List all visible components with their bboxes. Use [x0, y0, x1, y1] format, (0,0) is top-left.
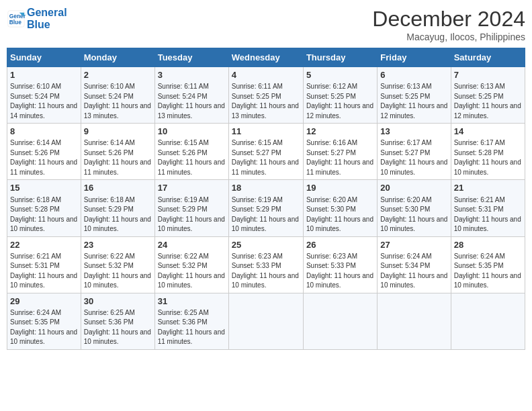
calendar-cell: 10Sunrise: 6:15 AMSunset: 5:26 PMDayligh… [154, 124, 228, 180]
calendar-cell: 14Sunrise: 6:17 AMSunset: 5:28 PMDayligh… [451, 124, 525, 180]
day-content: Sunrise: 6:11 AMSunset: 5:25 PMDaylight:… [232, 82, 300, 121]
day-content: Sunrise: 6:10 AMSunset: 5:24 PMDaylight:… [10, 82, 78, 121]
day-number: 19 [306, 182, 374, 194]
day-content: Sunrise: 6:23 AMSunset: 5:33 PMDaylight:… [232, 252, 300, 291]
day-content: Sunrise: 6:22 AMSunset: 5:32 PMDaylight:… [158, 252, 226, 291]
day-content: Sunrise: 6:10 AMSunset: 5:24 PMDaylight:… [84, 82, 152, 121]
header-wednesday: Wednesday [228, 48, 303, 67]
day-number: 16 [84, 182, 152, 194]
day-content: Sunrise: 6:16 AMSunset: 5:27 PMDaylight:… [306, 138, 374, 177]
calendar-cell: 11Sunrise: 6:15 AMSunset: 5:27 PMDayligh… [228, 124, 303, 180]
day-content: Sunrise: 6:15 AMSunset: 5:27 PMDaylight:… [232, 138, 300, 177]
day-content: Sunrise: 6:13 AMSunset: 5:25 PMDaylight:… [454, 82, 522, 121]
calendar-cell: 25Sunrise: 6:23 AMSunset: 5:33 PMDayligh… [228, 236, 303, 293]
calendar-cell: 21Sunrise: 6:21 AMSunset: 5:31 PMDayligh… [451, 180, 525, 236]
calendar-cell: 17Sunrise: 6:19 AMSunset: 5:29 PMDayligh… [154, 180, 228, 236]
day-content: Sunrise: 6:24 AMSunset: 5:34 PMDaylight:… [380, 252, 447, 291]
calendar-cell: 16Sunrise: 6:18 AMSunset: 5:29 PMDayligh… [81, 180, 154, 236]
calendar-cell [228, 293, 303, 349]
logo-icon: General Blue [7, 9, 26, 28]
calendar-cell: 8Sunrise: 6:14 AMSunset: 5:26 PMDaylight… [7, 124, 81, 180]
calendar-cell: 12Sunrise: 6:16 AMSunset: 5:27 PMDayligh… [303, 124, 377, 180]
day-number: 17 [158, 182, 226, 194]
day-number: 6 [380, 69, 447, 81]
day-content: Sunrise: 6:23 AMSunset: 5:33 PMDaylight:… [306, 252, 374, 291]
day-number: 23 [84, 239, 152, 251]
calendar-cell: 4Sunrise: 6:11 AMSunset: 5:25 PMDaylight… [228, 67, 303, 124]
day-number: 31 [158, 295, 226, 308]
calendar-cell [303, 293, 377, 349]
calendar-cell: 15Sunrise: 6:18 AMSunset: 5:28 PMDayligh… [7, 180, 81, 236]
day-number: 1 [10, 69, 78, 81]
calendar-cell: 20Sunrise: 6:20 AMSunset: 5:30 PMDayligh… [378, 180, 451, 236]
day-number: 11 [232, 126, 300, 138]
day-number: 20 [380, 182, 447, 194]
day-content: Sunrise: 6:17 AMSunset: 5:28 PMDaylight:… [454, 138, 522, 177]
calendar-cell: 24Sunrise: 6:22 AMSunset: 5:32 PMDayligh… [154, 236, 228, 293]
location-title: Macayug, Ilocos, Philippines [372, 32, 525, 42]
logo: General Blue General Blue [7, 7, 67, 30]
day-number: 18 [232, 182, 300, 194]
day-content: Sunrise: 6:21 AMSunset: 5:31 PMDaylight:… [10, 252, 78, 291]
day-content: Sunrise: 6:19 AMSunset: 5:29 PMDaylight:… [232, 195, 300, 234]
logo-line2: Blue [27, 19, 67, 31]
logo-line1: General [27, 7, 67, 19]
day-content: Sunrise: 6:22 AMSunset: 5:32 PMDaylight:… [84, 252, 152, 291]
calendar-cell: 9Sunrise: 6:14 AMSunset: 5:26 PMDaylight… [81, 124, 154, 180]
calendar-cell: 1Sunrise: 6:10 AMSunset: 5:24 PMDaylight… [7, 67, 81, 124]
calendar-cell: 5Sunrise: 6:12 AMSunset: 5:25 PMDaylight… [303, 67, 377, 124]
calendar-row: 8Sunrise: 6:14 AMSunset: 5:26 PMDaylight… [7, 124, 525, 180]
day-number: 12 [306, 126, 374, 138]
day-content: Sunrise: 6:11 AMSunset: 5:24 PMDaylight:… [158, 82, 226, 121]
day-content: Sunrise: 6:14 AMSunset: 5:26 PMDaylight:… [84, 138, 152, 177]
calendar-cell: 22Sunrise: 6:21 AMSunset: 5:31 PMDayligh… [7, 236, 81, 293]
calendar-cell [451, 293, 525, 349]
calendar-cell: 13Sunrise: 6:17 AMSunset: 5:27 PMDayligh… [378, 124, 451, 180]
calendar-row: 15Sunrise: 6:18 AMSunset: 5:28 PMDayligh… [7, 180, 525, 236]
calendar-cell: 26Sunrise: 6:23 AMSunset: 5:33 PMDayligh… [303, 236, 377, 293]
calendar-cell: 6Sunrise: 6:13 AMSunset: 5:25 PMDaylight… [378, 67, 451, 124]
calendar-cell [378, 293, 451, 349]
day-number: 15 [10, 182, 78, 194]
day-number: 10 [158, 126, 226, 138]
day-number: 7 [454, 69, 522, 81]
day-content: Sunrise: 6:12 AMSunset: 5:25 PMDaylight:… [306, 82, 374, 121]
day-number: 2 [84, 69, 152, 81]
day-number: 3 [158, 69, 226, 81]
day-content: Sunrise: 6:24 AMSunset: 5:35 PMDaylight:… [10, 308, 78, 347]
calendar-cell: 27Sunrise: 6:24 AMSunset: 5:34 PMDayligh… [378, 236, 451, 293]
month-title: December 2024 [372, 7, 525, 32]
day-content: Sunrise: 6:15 AMSunset: 5:26 PMDaylight:… [158, 138, 226, 177]
header-thursday: Thursday [303, 48, 377, 67]
day-content: Sunrise: 6:24 AMSunset: 5:35 PMDaylight:… [454, 252, 522, 291]
day-content: Sunrise: 6:18 AMSunset: 5:29 PMDaylight:… [84, 195, 152, 234]
svg-text:Blue: Blue [9, 19, 21, 26]
calendar-cell: 30Sunrise: 6:25 AMSunset: 5:36 PMDayligh… [81, 293, 154, 349]
calendar-cell: 29Sunrise: 6:24 AMSunset: 5:35 PMDayligh… [7, 293, 81, 349]
header-sunday: Sunday [7, 48, 81, 67]
calendar-cell: 19Sunrise: 6:20 AMSunset: 5:30 PMDayligh… [303, 180, 377, 236]
calendar-cell: 2Sunrise: 6:10 AMSunset: 5:24 PMDaylight… [81, 67, 154, 124]
day-number: 13 [380, 126, 447, 138]
day-content: Sunrise: 6:18 AMSunset: 5:28 PMDaylight:… [10, 195, 78, 234]
day-content: Sunrise: 6:19 AMSunset: 5:29 PMDaylight:… [158, 195, 226, 234]
header-friday: Friday [378, 48, 451, 67]
calendar-row: 22Sunrise: 6:21 AMSunset: 5:31 PMDayligh… [7, 236, 525, 293]
day-number: 8 [10, 126, 78, 138]
day-number: 26 [306, 239, 374, 251]
header-tuesday: Tuesday [154, 48, 228, 67]
day-number: 27 [380, 239, 447, 251]
title-block: December 2024 Macayug, Ilocos, Philippin… [372, 7, 525, 42]
calendar-table: SundayMondayTuesdayWednesdayThursdayFrid… [7, 48, 525, 350]
day-number: 22 [10, 239, 78, 251]
calendar-cell: 7Sunrise: 6:13 AMSunset: 5:25 PMDaylight… [451, 67, 525, 124]
day-number: 24 [158, 239, 226, 251]
calendar-cell: 3Sunrise: 6:11 AMSunset: 5:24 PMDaylight… [154, 67, 228, 124]
day-number: 28 [454, 239, 522, 251]
page-header: General Blue General Blue December 2024 … [7, 7, 525, 42]
day-content: Sunrise: 6:25 AMSunset: 5:36 PMDaylight:… [84, 308, 152, 347]
day-number: 9 [84, 126, 152, 138]
day-number: 25 [232, 239, 300, 251]
day-content: Sunrise: 6:13 AMSunset: 5:25 PMDaylight:… [380, 82, 447, 121]
day-content: Sunrise: 6:17 AMSunset: 5:27 PMDaylight:… [380, 138, 447, 177]
